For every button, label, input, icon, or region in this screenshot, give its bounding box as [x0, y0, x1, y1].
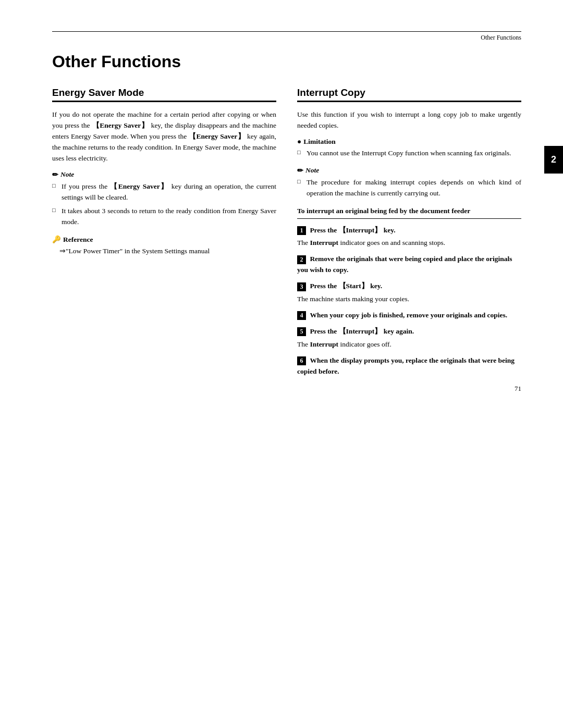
note-item-2: It takes about 3 seconds to return to th… [52, 206, 276, 228]
reference-section: 🔑 Reference ⇒"Low Power Timer" in the Sy… [52, 235, 276, 257]
note-label-text-2: Note [305, 166, 319, 175]
energy-saver-note: ✏ Note If you press the 【Energy Saver】 k… [52, 170, 276, 228]
note-label-text-1: Note [60, 170, 74, 179]
step-1-title: Press the 【Interrupt】 key. [310, 226, 395, 234]
step-3-desc: The machine starts making your copies. [297, 294, 521, 305]
header-rule [52, 31, 521, 32]
reference-item-1: ⇒"Low Power Timer" in the System Setting… [52, 246, 276, 257]
step-5-desc: The Interrupt indicator goes off. [297, 339, 521, 350]
pencil-icon-1: ✏ [52, 170, 58, 179]
step-3: 3 Press the 【Start】 key. The machine sta… [297, 281, 521, 305]
chapter-tab: 2 [544, 146, 563, 174]
header-text: Other Functions [52, 34, 521, 42]
interrupt-note: ✏ Note The procedure for making interrup… [297, 166, 521, 199]
energy-saver-key-1: 【Energy Saver】 [92, 121, 149, 129]
bullet-icon: ● [297, 138, 301, 146]
energy-saver-key-note: 【Energy Saver】 [110, 182, 169, 190]
step-1: 1 Press the 【Interrupt】 key. The Interru… [297, 225, 521, 249]
limitation-item-1: You cannot use the Interrupt Copy functi… [297, 148, 521, 159]
limitation-label-text: Limitation [303, 138, 336, 146]
step-5: 5 Press the 【Interrupt】 key again. The I… [297, 326, 521, 350]
note-item-3: The procedure for making interrupt copie… [297, 177, 521, 199]
interrupt-copy-heading: Interrupt Copy [297, 87, 521, 102]
step-number-4: 4 [297, 311, 306, 320]
page-number: 71 [515, 385, 521, 393]
key-icon: 🔑 [52, 235, 61, 244]
note-label-1: ✏ Note [52, 170, 276, 179]
step-4: 4 When your copy job is finished, remove… [297, 310, 521, 321]
energy-saver-body: If you do not operate the machine for a … [52, 109, 276, 164]
interrupt-copy-body: Use this function if you wish to interru… [297, 109, 521, 131]
step-1-desc: The Interrupt indicator goes on and scan… [297, 238, 521, 249]
page-title: Other Functions [52, 52, 521, 71]
step-2: 2 Remove the originals that were being c… [297, 254, 521, 276]
step-6-title: When the display prompts you, replace th… [297, 356, 515, 375]
two-column-layout: Energy Saver Mode If you do not operate … [52, 87, 521, 382]
interrupt-bold-2: Interrupt [310, 340, 338, 348]
right-column: Interrupt Copy Use this function if you … [297, 87, 521, 382]
step-number-1: 1 [297, 226, 306, 235]
step-4-title: When your copy job is finished, remove y… [310, 311, 507, 319]
left-column: Energy Saver Mode If you do not operate … [52, 87, 276, 382]
reference-label-text: Reference [63, 236, 93, 244]
step-number-3: 3 [297, 282, 306, 291]
step-6: 6 When the display prompts you, replace … [297, 355, 521, 377]
step-5-title: Press the 【Interrupt】 key again. [310, 327, 414, 335]
proc-heading: To interrupt an original being fed by th… [297, 206, 521, 219]
interrupt-bold-1: Interrupt [310, 239, 338, 246]
step-number-2: 2 [297, 255, 306, 264]
limitation-label: ● Limitation [297, 138, 521, 146]
step-number-6: 6 [297, 356, 306, 365]
step-3-title: Press the 【Start】 key. [310, 282, 382, 290]
limitation-section: ● Limitation You cannot use the Interrup… [297, 138, 521, 159]
note-label-2: ✏ Note [297, 166, 521, 175]
reference-label: 🔑 Reference [52, 235, 276, 244]
page: Other Functions 2 Other Functions Energy… [0, 0, 563, 414]
pencil-icon-2: ✏ [297, 166, 303, 175]
energy-saver-key-2: 【Energy Saver】 [189, 132, 245, 140]
note-item-1: If you press the 【Energy Saver】 key duri… [52, 181, 276, 203]
step-number-5: 5 [297, 327, 306, 336]
step-2-title: Remove the originals that were being cop… [297, 255, 512, 274]
energy-saver-heading: Energy Saver Mode [52, 87, 276, 102]
